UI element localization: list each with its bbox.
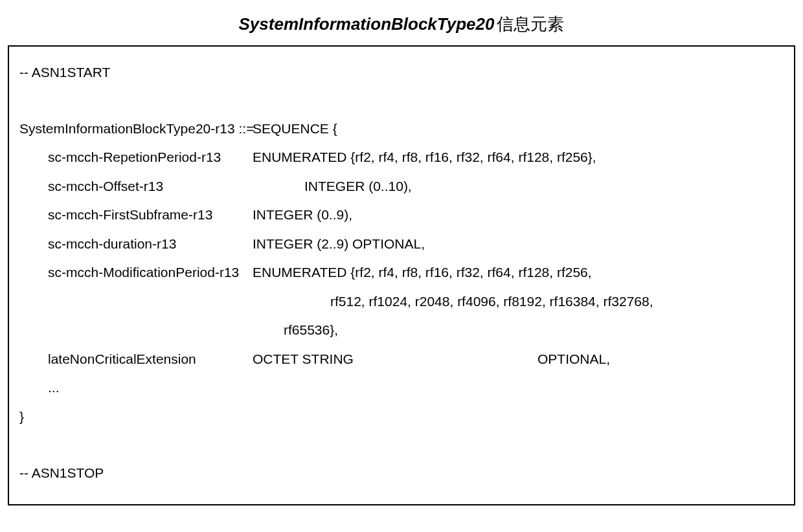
asn1-extension-marker: ...: [19, 377, 784, 399]
field-name: sc-mcch-RepetionPeriod-r13: [48, 147, 253, 168]
sequence-keyword: SEQUENCE {: [253, 121, 337, 136]
field-late-non-critical-extension: lateNonCriticalExtensionOCTET STRINGOPTI…: [19, 349, 784, 370]
field-name: sc-mcch-ModificationPeriod-r13: [48, 262, 253, 283]
asn1-sequence-header: SystemInformationBlockType20-r13 ::=SEQU…: [19, 118, 784, 140]
asn1-stop-marker: -- ASN1STOP: [19, 463, 784, 484]
title-label-cjk: 信息元素: [497, 14, 564, 34]
field-type: ENUMERATED {rf2, rf4, rf8, rf16, rf32, r…: [253, 150, 596, 164]
field-name: sc-mcch-Offset-r13: [48, 176, 304, 197]
field-modification-period: sc-mcch-ModificationPeriod-r13ENUMERATED…: [19, 262, 784, 283]
field-type: INTEGER (2..9) OPTIONAL,: [253, 236, 425, 251]
field-repetition-period: sc-mcch-RepetionPeriod-r13ENUMERATED {rf…: [19, 147, 784, 168]
sequence-close-brace: }: [19, 406, 784, 428]
field-offset: sc-mcch-Offset-r13INTEGER (0..10),: [19, 176, 784, 197]
field-duration: sc-mcch-duration-r13INTEGER (2..9) OPTIO…: [19, 234, 784, 255]
title-type-name: SystemInformationBlockType20: [239, 14, 495, 34]
field-optional: OPTIONAL,: [537, 351, 610, 366]
type-name: SystemInformationBlockType20-r13 ::=: [19, 118, 253, 140]
field-type: INTEGER (0..9),: [253, 207, 352, 222]
field-name: sc-mcch-duration-r13: [48, 234, 253, 255]
field-first-subframe: sc-mcch-FirstSubframe-r13INTEGER (0..9),: [19, 205, 784, 226]
asn1-definition-box: -- ASN1START SystemInformationBlockType2…: [8, 45, 795, 505]
enum-continuation-2: rf65536},: [19, 320, 784, 341]
field-name: lateNonCriticalExtension: [48, 349, 253, 370]
enum-continuation-1: rf512, rf1024, r2048, rf4096, rf8192, rf…: [19, 291, 784, 313]
field-type: OCTET STRING: [253, 349, 537, 370]
field-name: sc-mcch-FirstSubframe-r13: [48, 205, 253, 226]
field-type: INTEGER (0..10),: [304, 179, 412, 194]
asn1-start-marker: -- ASN1START: [19, 62, 784, 83]
document-title: SystemInformationBlockType20信息元素: [0, 13, 803, 36]
field-type: ENUMERATED {rf2, rf4, rf8, rf16, rf32, r…: [253, 265, 592, 280]
